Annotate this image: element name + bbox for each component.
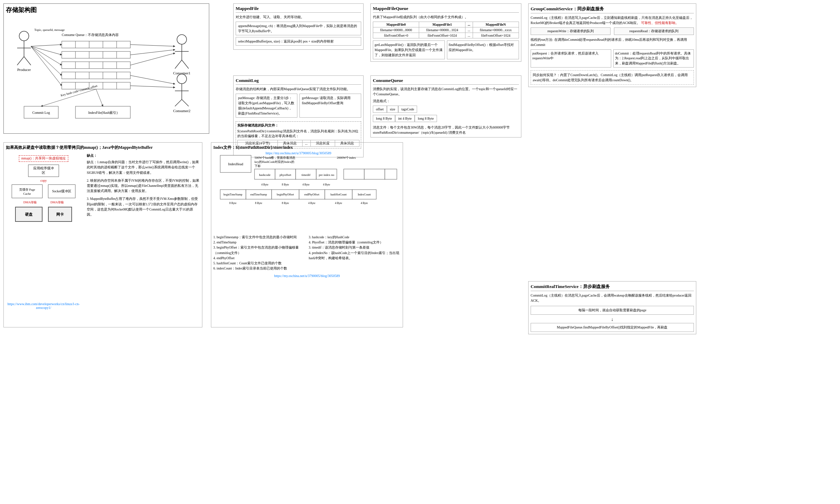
mmap-notes-title: 缺点： <box>87 153 200 158</box>
mmap-link[interactable]: https://www.ibm.com/developerworks/cn/li… <box>6 302 81 310</box>
mfq-title: MappedFileQueue <box>373 6 519 13</box>
svg-line-7 <box>31 45 62 46</box>
svg-line-4 <box>24 57 31 65</box>
cq-cell-2: tagsCode <box>398 106 417 113</box>
arch-svg: Producer Topic, queueId, message Consume… <box>6 15 207 132</box>
cq-cell-1: size <box>387 106 399 113</box>
mfq-row2-1: fileFromOffset=1024 <box>419 33 465 38</box>
index-desc-5: 6. indexCount：Index索引目录表当前已使用的个数 <box>213 266 305 271</box>
mmap-content: mmap()：共享同一块虚拟地址 应用程序缓冲区 copy 页缓存 Page C… <box>6 152 200 310</box>
mapped-file-title: MappedFile <box>236 6 361 13</box>
commit-log-get: getMessage: 读取消息，实际调用findMappedFileByOff… <box>299 94 361 118</box>
svg-text:4 Byte: 4 Byte <box>302 183 310 186</box>
svg-line-48 <box>175 99 182 106</box>
page-cache-col: 页缓存 Page Cache <box>12 184 43 198</box>
index-desc-2: 3. beginPhyOffset：索引文件中包含消息的最小物理偏移量（comm… <box>213 245 305 255</box>
svg-line-42 <box>175 60 182 69</box>
socket-col: Socket缓冲区 <box>48 184 75 198</box>
index-field-0: 3. hashcode：key的HashCode <box>309 235 401 240</box>
mfq-header-n: MappedFileN <box>473 22 519 27</box>
svg-line-9 <box>31 46 62 65</box>
mfq-header-0: MappedFile0 <box>373 22 419 27</box>
index-file-panel: Index文件：${storePathRootDir}/store/index … <box>211 142 403 327</box>
svg-rect-13 <box>62 41 130 48</box>
svg-line-11 <box>31 46 62 86</box>
svg-text:4 Byte: 4 Byte <box>323 183 330 186</box>
mmap-note-1: 2. 映射的内存空间本身不属于JVM的堆内存存在区，不受JVM的控制，如果需要通… <box>87 178 200 194</box>
svg-text:hashcode: hashcode <box>259 173 271 177</box>
nic-box: 网卡 <box>48 207 72 222</box>
cq-title: ConsumeQueue <box>373 78 519 85</box>
index-field-1: 4. Phyoffset：消息的物理偏移量（commitlog文件） <box>309 240 401 245</box>
mfq-methods: getLastMappedFile()：返回队列的最后一个MappedFile。… <box>373 40 519 59</box>
cq-type-0: long 8 Byte <box>373 115 395 122</box>
mfq-row2-dots: ... <box>465 33 473 38</box>
crt-title: CommitRealTimeService：异步刷盘服务 <box>531 284 694 291</box>
gc-title: GroupCommitService：同步刷盘服务 <box>531 6 694 13</box>
gc-do-commit: doCommit：处理requestsRead列中的所有请求。具体为：2.Req… <box>613 49 694 68</box>
svg-text:hashSlotCount: hashSlotCount <box>330 193 347 196</box>
commit-realtime-panel: CommitRealTimeService：异步刷盘服务 CommitLog（主… <box>528 281 696 334</box>
mapped-file-method2: selectMappedBuffer(pos, size)：返回从pos到 po… <box>236 37 361 46</box>
mmap-label: mmap()：共享同一块虚拟地址 <box>19 155 68 162</box>
svg-line-61 <box>96 89 103 106</box>
cq-type-2: long 8 Byte <box>415 115 437 122</box>
commit-log-desc: 存储消息的结构对象，内部采用MappedFileQueue实现了消息文件队列功能… <box>236 86 361 92</box>
arch-title: 存储架构图 <box>6 6 207 14</box>
svg-text:IndexCount: IndexCount <box>358 193 371 196</box>
svg-rect-74 <box>385 169 397 179</box>
index-link[interactable]: https://my.oschina.net/u/3790005/blog/30… <box>213 274 401 278</box>
svg-line-43 <box>182 60 189 69</box>
arch-diagram-panel: 存储架构图 Producer Topic, queueId, message <box>3 3 209 134</box>
mfq-header-dots: ... <box>465 22 473 27</box>
mmap-panel: 如果高效从硬盘中读取数据？使用零拷贝的mmap()；Java中的MappedBy… <box>3 142 202 327</box>
svg-rect-73 <box>364 169 385 179</box>
svg-line-54 <box>130 75 175 84</box>
cq-format-row: offset size tagsCode <box>373 106 519 113</box>
page-cache-box: 页缓存 Page Cache <box>12 184 43 198</box>
mmap-title: 如果高效从硬盘中读取数据？使用零拷贝的mmap()；Java中的MappedBy… <box>6 145 200 151</box>
mmap-diagram-col: mmap()：共享同一块虚拟地址 应用程序缓冲区 copy 页缓存 Page C… <box>6 152 81 310</box>
cq-note: 消息文件：每个文件包含30W消息，每个消息20字节，因此一个文件默认大小为600… <box>373 125 519 135</box>
svg-text:pre index no: pre index no <box>319 173 334 177</box>
mfq-table: MappedFile0 MappedFile1 ... MappedFileN … <box>373 22 519 38</box>
gc-put-do-row: putRequest：合并请求队请求，然后该请求入requestsWrite中 … <box>531 49 694 68</box>
hardware-row: 硬盘 网卡 <box>15 207 72 222</box>
mfq-row1-1: filename=00000...1024 <box>419 27 465 33</box>
svg-rect-72 <box>344 169 364 179</box>
svg-text:Consume Queue：不存储消息具体内容: Consume Queue：不存储消息具体内容 <box>62 33 119 37</box>
svg-text:4 Byte: 4 Byte <box>335 202 342 205</box>
commit-log-put: putMessage: 存储消息，主要分3步：读取文件(getLastMappe… <box>236 94 297 118</box>
mmap-note-2: 3. MappedByteBuffer占用了堆内存，虽然不受不受JVM-Xmx参… <box>87 196 200 217</box>
mfq-method1: getLastMappedFile()：返回队列的最后一个MappedFile。… <box>373 40 445 59</box>
svg-text:Commit Log: Commit Log <box>32 111 50 115</box>
gc-async-impl: 同步如何实现？：内置了CountDownLatch()。CommitLog（主线… <box>531 70 694 85</box>
cq-cell-0: offset <box>373 106 387 113</box>
svg-point-45 <box>177 74 187 84</box>
arch-inner: Producer Topic, queueId, message Consume… <box>6 15 207 132</box>
index-field-3: 4. preIndexNo：该hashCode上一个索引目的Index索引；当出… <box>309 251 401 261</box>
crt-step2: MappedFileQueue.findMappedFileByOffset()… <box>531 323 694 332</box>
index-field-2: 3. timedif：该消息存储时刻与第一条差值 <box>309 245 401 250</box>
svg-rect-15 <box>62 62 130 69</box>
dma-labels: DMA传输 DMA传输 <box>23 200 64 205</box>
svg-line-52 <box>130 50 175 55</box>
svg-text:endPhyOffset: endPhyOffset <box>304 193 320 196</box>
svg-text:Producer: Producer <box>17 68 31 72</box>
index-desc-1: 2. endTimeStamp <box>213 240 305 245</box>
index-desc-left: 1. beginTimestamp：索引文件中包含消息的最小存储时间 2. en… <box>213 235 305 271</box>
svg-text:4 Byte: 4 Byte <box>308 202 316 205</box>
svg-line-51 <box>130 45 175 46</box>
mfq-header-1: MappedFile1 <box>419 22 465 27</box>
svg-line-3 <box>17 57 24 65</box>
svg-line-49 <box>182 99 189 106</box>
mfq-method2: findMappedFileByOffset()：根据offset寻找对应的Ma… <box>447 40 519 59</box>
mfq-row1-dots: ... <box>465 27 473 33</box>
svg-text:8 Byte: 8 Byte <box>255 202 262 205</box>
index-desc-3: 4. endPhyOffset <box>213 256 305 261</box>
disk-box: 硬盘 <box>15 207 43 222</box>
svg-text:500W个hash槽，里面存着消息: 500W个hash槽，里面存着消息 <box>255 156 296 159</box>
svg-rect-16 <box>62 72 130 79</box>
svg-text:IndexFile(Hash索引): IndexFile(Hash索引) <box>88 111 118 115</box>
store-files-title: 实际存储消息的队列文件： <box>237 123 359 128</box>
